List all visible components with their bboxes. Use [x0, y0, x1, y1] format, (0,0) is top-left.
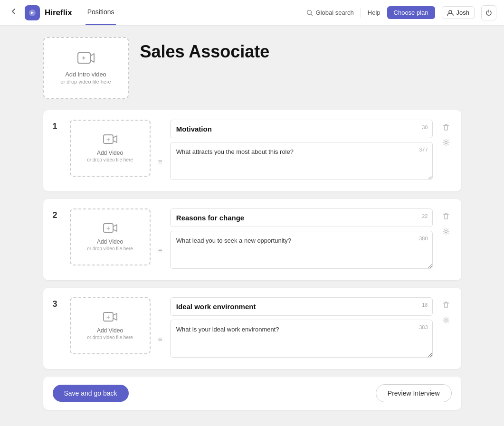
svg-point-6: [445, 142, 447, 144]
user-icon: [447, 9, 454, 16]
power-button[interactable]: [481, 5, 496, 20]
question-video-upload[interactable]: Add Video or drop video file here: [70, 297, 151, 354]
drop-video-label: or drop video file here: [87, 246, 133, 251]
header-divider: [361, 8, 361, 18]
help-link[interactable]: Help: [368, 9, 380, 16]
settings-question-button[interactable]: [440, 137, 452, 148]
gear-icon: [442, 227, 450, 235]
question-fields: 18 What is your ideal work environment? …: [170, 297, 433, 360]
add-video-label: Add Video: [97, 150, 123, 156]
question-title-input[interactable]: [170, 120, 433, 138]
question-desc-textarea[interactable]: What lead you to seek a new opportunity?: [170, 231, 433, 269]
nav-positions-label: Positions: [87, 8, 114, 16]
header-left: Hireflix: [8, 5, 72, 20]
delete-question-button[interactable]: [440, 299, 452, 311]
gear-icon: [442, 139, 450, 146]
user-menu-button[interactable]: Josh: [442, 6, 475, 19]
question-video-upload[interactable]: Add Video or drop video file here: [70, 208, 151, 265]
desc-char-count: 380: [419, 236, 428, 241]
question-card: 2 Add Video or drop video file here ≡ 22: [43, 199, 461, 280]
question-card: 1 Add Video or drop video file here ≡ 30: [43, 110, 461, 191]
question-card: 3 Add Video or drop video file here ≡ 18: [43, 288, 461, 369]
logo-icon: [25, 5, 40, 20]
add-video-label: Add Video: [97, 327, 123, 334]
global-search-link[interactable]: Global search: [306, 9, 354, 16]
question-title-input[interactable]: [170, 297, 433, 316]
drag-handle[interactable]: ≡: [158, 297, 162, 344]
question-desc-textarea[interactable]: What is your ideal work environment?: [170, 320, 433, 358]
title-field-wrapper: 18: [170, 297, 433, 316]
footer-bar: Save and go back Preview Interview: [43, 377, 461, 410]
intro-video-drop-label: or drop video file here: [60, 79, 111, 85]
trash-icon: [442, 212, 450, 220]
intro-video-upload[interactable]: Add intro video or drop video file here: [43, 37, 129, 99]
desc-field-wrapper: What lead you to seek a new opportunity?…: [170, 231, 433, 271]
back-button[interactable]: [8, 5, 20, 20]
question-number: 1: [53, 120, 62, 132]
title-char-count: 18: [422, 302, 428, 308]
choose-plan-button[interactable]: Choose plan: [387, 6, 435, 19]
intro-video-add-label: Add intro video: [65, 71, 106, 78]
preview-interview-button[interactable]: Preview Interview: [376, 384, 452, 402]
main-content: Add intro video or drop video file here …: [24, 26, 480, 421]
delete-question-button[interactable]: [440, 210, 452, 222]
trash-icon: [442, 301, 450, 309]
desc-field-wrapper: What is your ideal work environment? 383: [170, 320, 433, 360]
nav-positions[interactable]: Positions: [86, 0, 116, 25]
svg-point-8: [445, 230, 447, 233]
question-title-input[interactable]: [170, 208, 433, 227]
question-video-icon: [103, 312, 117, 325]
svg-point-2: [449, 10, 452, 13]
power-icon: [485, 9, 492, 16]
question-actions: [440, 208, 452, 237]
questions-list: 1 Add Video or drop video file here ≡ 30: [43, 110, 461, 369]
user-name-label: Josh: [456, 9, 469, 16]
add-video-label: Add Video: [97, 238, 123, 245]
global-search-label: Global search: [316, 9, 354, 16]
delete-question-button[interactable]: [440, 122, 452, 133]
drop-video-label: or drop video file here: [87, 157, 133, 162]
settings-question-button[interactable]: [440, 226, 452, 237]
title-area: Add intro video or drop video file here …: [43, 37, 461, 99]
title-field-wrapper: 30: [170, 120, 433, 138]
title-char-count: 22: [422, 213, 428, 219]
save-back-button[interactable]: Save and go back: [53, 385, 129, 402]
header: Hireflix Positions Global search Help Ch…: [0, 0, 504, 26]
question-number: 2: [53, 208, 62, 220]
question-video-icon: [103, 134, 117, 148]
svg-point-10: [445, 319, 447, 322]
drop-video-label: or drop video file here: [87, 335, 133, 340]
gear-icon: [442, 316, 450, 324]
desc-char-count: 383: [419, 324, 428, 330]
trash-icon: [442, 123, 450, 131]
title-char-count: 30: [422, 124, 428, 130]
intro-video-icon: [77, 51, 95, 68]
desc-char-count: 377: [419, 147, 428, 152]
question-fields: 30 What attracts you the most about this…: [170, 120, 433, 182]
search-icon: [306, 9, 313, 16]
header-right: Global search Help Choose plan Josh: [306, 5, 496, 20]
title-field-wrapper: 22: [170, 208, 433, 227]
drag-handle[interactable]: ≡: [158, 120, 162, 166]
question-desc-textarea[interactable]: What attracts you the most about this ro…: [170, 142, 433, 180]
settings-question-button[interactable]: [440, 314, 452, 326]
question-actions: [440, 297, 452, 326]
brand-name: Hireflix: [45, 8, 72, 18]
desc-field-wrapper: What attracts you the most about this ro…: [170, 142, 433, 182]
drag-handle[interactable]: ≡: [158, 208, 162, 255]
question-fields: 22 What lead you to seek a new opportuni…: [170, 208, 433, 271]
question-video-upload[interactable]: Add Video or drop video file here: [70, 120, 151, 177]
page-title: Sales Associate: [140, 37, 270, 62]
question-video-icon: [103, 223, 117, 237]
question-number: 3: [53, 297, 62, 309]
question-actions: [440, 120, 452, 148]
